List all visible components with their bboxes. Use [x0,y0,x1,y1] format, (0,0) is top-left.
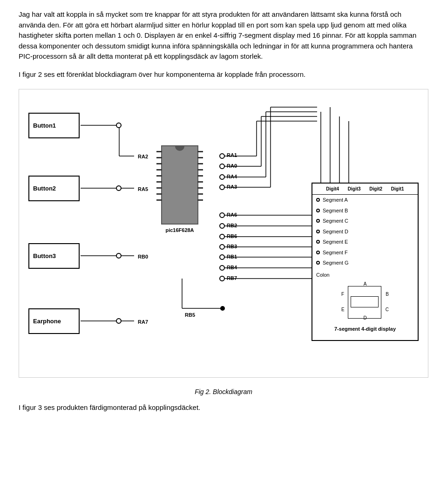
dot-ra1 [219,153,225,159]
pic-label: pic16F628A [156,226,203,234]
button3-box: Button3 [28,243,80,269]
dot-rb1 [219,254,225,260]
display-box: Digit4 Digit3 Digit2 Digit1 Segment A Se… [312,183,419,341]
pin-ra0: RA0 [227,162,237,170]
seg-dot-c [316,219,320,223]
dot-rb6 [219,234,225,239]
pin-rb1: RB1 [227,253,237,261]
svg-point-30 [220,306,225,311]
seg-inner-rect [351,296,379,307]
dot-ra0 [219,163,225,169]
dot-ra4 [219,174,225,180]
segment-a-row: Segment A [312,195,418,205]
dot-button2 [116,185,122,191]
chip-legs-right [197,151,203,201]
pin-rb6: RB6 [227,232,237,240]
pin-ra3: RA3 [227,183,237,191]
seg-b-label: B [386,291,389,298]
dot-rb2 [219,223,225,229]
seg-dot-g [316,261,320,265]
pin-ra1: RA1 [227,151,237,159]
dot-button3 [116,253,122,259]
paragraph-2: I figur 2 ses ett förenklat blockdiagram… [19,69,428,80]
pic-chip: pic16F628A [156,145,203,238]
paragraph-1: Jag har valt att koppla in så mycket som… [19,9,428,62]
block-diagram: Button1 Button2 Button3 Earphone RA2 RA5… [19,89,428,378]
button1-box: Button1 [28,113,80,138]
pin-rb7: RB7 [227,274,237,282]
segment-e-row: Segment E [312,237,418,247]
button2-box: Button2 [28,176,80,201]
segment-d-row: Segment D [312,226,418,237]
bottom-text: I figur 3 ses produkten färdigmonterad p… [19,402,428,413]
dot-rb3 [219,244,225,250]
pin-rb5: RB5 [185,311,195,319]
seg-dot-a [316,198,320,202]
display-title: 7-segment 4-digit display [312,324,418,334]
seg-c-label: C [386,306,389,313]
segment-f-row: Segment F [312,247,418,258]
pin-ra5: RA5 [138,185,148,193]
pin-ra2: RA2 [138,153,148,161]
dot-button1 [116,123,122,128]
earphone-box: Earphone [28,308,80,334]
chip-legs-left [156,151,162,201]
display-header: Digit4 Digit3 Digit2 Digit1 [312,184,418,195]
colon-label: Colon [312,268,418,279]
chip-body [161,145,198,225]
segment-b-row: Segment B [312,205,418,216]
chip-notch [175,146,184,151]
pin-rb4: RB4 [227,264,237,272]
pin-ra7: RA7 [138,318,148,326]
pin-rb3: RB3 [227,243,237,251]
seg-f-label: F [341,291,344,298]
pin-ra4: RA4 [227,173,237,181]
pin-rb0: RB0 [138,253,148,261]
dot-earphone [116,318,122,324]
seg-e-label: E [341,306,345,313]
fig-caption: Fig 2. Blockdiagram [19,387,428,397]
segment-visual: A F B G E C D [339,280,391,322]
pin-ra6: RA6 [227,211,237,219]
segment-c-row: Segment C [312,216,418,226]
segment-g-row: Segment G [312,258,418,268]
dot-rb4 [219,265,225,271]
seg-dot-d [316,230,320,233]
pin-rb2: RB2 [227,222,237,230]
seg-dot-b [316,209,320,212]
dot-ra3 [219,184,225,190]
dot-ra6 [219,212,225,218]
seg-dot-f [316,251,320,254]
seg-dot-e [316,240,320,244]
dot-rb7 [219,276,225,281]
